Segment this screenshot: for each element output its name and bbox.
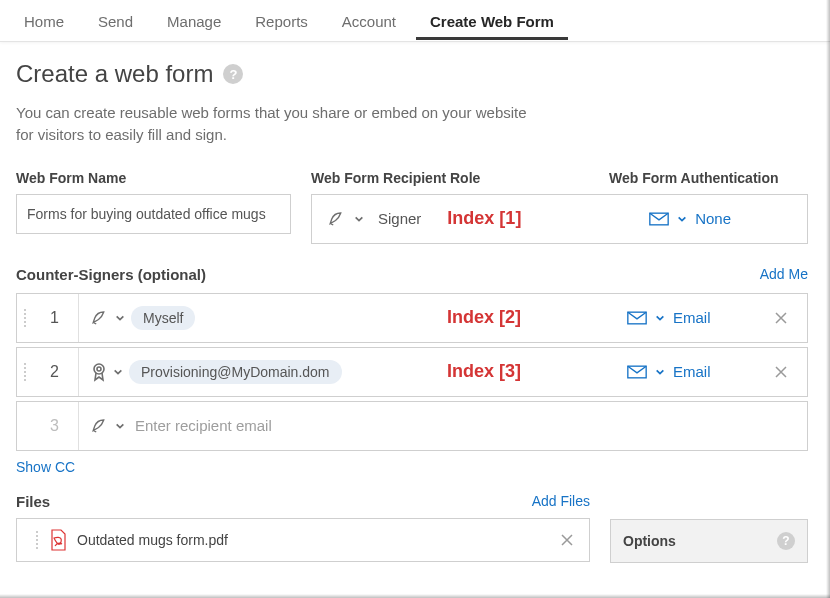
help-icon[interactable]: ?	[223, 64, 243, 84]
drag-handle-icon[interactable]	[17, 363, 27, 381]
chevron-down-icon[interactable]	[115, 421, 125, 431]
web-form-name-input[interactable]	[16, 194, 291, 234]
page-title-row: Create a web form ?	[16, 60, 808, 88]
pdf-icon	[49, 529, 67, 551]
add-files-link[interactable]: Add Files	[532, 493, 590, 509]
chevron-down-icon[interactable]	[655, 367, 665, 377]
svg-point-3	[97, 367, 101, 371]
nav-reports[interactable]: Reports	[241, 2, 322, 39]
counter-signer-row: 1 Myself Index [2] Email	[16, 293, 808, 343]
role-auth-row: Web Form Authentication Signer Index [1]	[311, 194, 808, 244]
annotation-index-2: Index [2]	[447, 307, 521, 328]
recipient-chip[interactable]: Provisioning@MyDomain.dom	[129, 360, 342, 384]
pen-icon[interactable]	[91, 309, 109, 327]
top-nav: Home Send Manage Reports Account Create …	[0, 0, 830, 42]
annotation-index-3: Index [3]	[447, 361, 521, 382]
ribbon-icon[interactable]	[91, 362, 107, 382]
row-number: 3	[31, 402, 79, 450]
counter-signers-header: Counter-Signers (optional) Add Me	[16, 266, 808, 283]
nav-home[interactable]: Home	[10, 2, 78, 39]
options-panel[interactable]: Options ?	[610, 519, 808, 563]
page-description: You can create reusable web forms that y…	[16, 102, 536, 146]
add-me-link[interactable]: Add Me	[760, 266, 808, 282]
mail-icon[interactable]	[649, 212, 669, 226]
show-cc-link[interactable]: Show CC	[16, 459, 808, 475]
svg-point-2	[94, 364, 104, 374]
counter-signer-blank-row[interactable]: 3 Enter recipient email	[16, 401, 808, 451]
options-title: Options	[623, 533, 676, 549]
mail-icon[interactable]	[627, 311, 647, 325]
nav-send[interactable]: Send	[84, 2, 147, 39]
drag-handle-icon[interactable]	[29, 531, 39, 549]
counter-signer-row: 2 Provisioning@MyDomain.dom Index [3] Em…	[16, 347, 808, 397]
remove-row-button[interactable]	[773, 310, 789, 326]
pen-icon[interactable]	[328, 210, 346, 228]
web-form-name-label: Web Form Name	[16, 170, 291, 186]
annotation-index-1: Index [1]	[447, 208, 521, 229]
page-title: Create a web form	[16, 60, 213, 88]
file-name: Outdated mugs form.pdf	[77, 532, 228, 548]
counter-signers-label: Counter-Signers (optional)	[16, 266, 206, 283]
remove-row-button[interactable]	[773, 364, 789, 380]
chevron-down-icon[interactable]	[677, 214, 687, 224]
recipient-chip[interactable]: Myself	[131, 306, 195, 330]
pen-icon[interactable]	[91, 417, 109, 435]
help-icon[interactable]: ?	[777, 532, 795, 550]
row-number: 2	[31, 348, 79, 396]
web-form-auth-value[interactable]: None	[695, 210, 731, 227]
file-item[interactable]: Outdated mugs form.pdf	[16, 518, 590, 562]
web-form-auth-label: Web Form Authentication	[609, 170, 779, 186]
nav-manage[interactable]: Manage	[153, 2, 235, 39]
files-label: Files	[16, 493, 50, 510]
remove-file-button[interactable]	[559, 532, 575, 548]
auth-value[interactable]: Email	[673, 363, 711, 380]
mail-icon[interactable]	[627, 365, 647, 379]
fields-row: Web Form Name Web Form Recipient Role We…	[16, 170, 808, 244]
chevron-down-icon[interactable]	[354, 214, 364, 224]
recipient-role-value: Signer	[378, 210, 421, 227]
auth-value[interactable]: Email	[673, 309, 711, 326]
chevron-down-icon[interactable]	[113, 367, 123, 377]
chevron-down-icon[interactable]	[655, 313, 665, 323]
drag-handle-icon[interactable]	[17, 309, 27, 327]
nav-account[interactable]: Account	[328, 2, 410, 39]
row-number: 1	[31, 294, 79, 342]
nav-create-web-form[interactable]: Create Web Form	[416, 2, 568, 40]
chevron-down-icon[interactable]	[115, 313, 125, 323]
recipient-email-placeholder[interactable]: Enter recipient email	[135, 417, 272, 434]
